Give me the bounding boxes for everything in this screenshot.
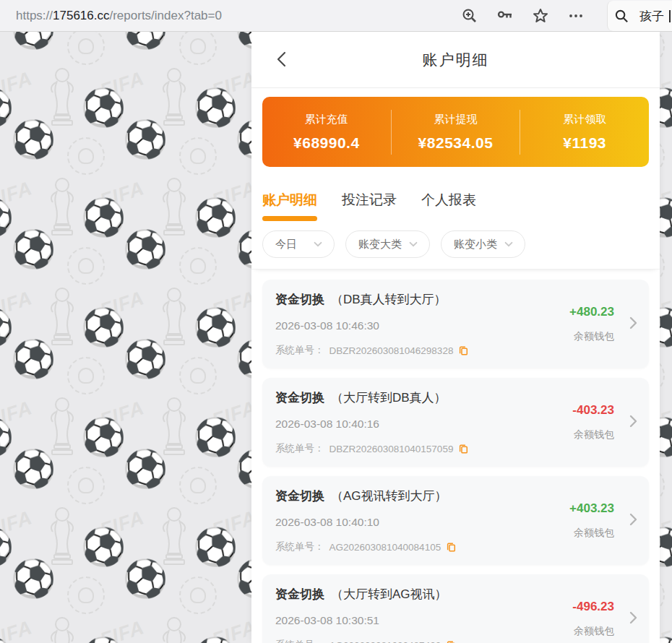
transaction-amount: +403.23 — [569, 501, 614, 516]
transaction-datetime: 2026-03-08 10:30:51 — [275, 614, 542, 627]
watermark-badge-icon — [179, 32, 217, 65]
active-tab-underline — [262, 216, 317, 221]
summary-claim: 累计领取 ¥1193 — [520, 113, 649, 152]
watermark-soccer-ball-icon: ⚽ — [11, 341, 56, 377]
transaction-row[interactable]: 资金切换（大厅转到AG视讯） 2026-03-08 10:30:51 系统单号：… — [262, 574, 649, 643]
chevron-down-icon — [312, 238, 324, 250]
watermark-soccer-ball-icon: ⚽ — [193, 639, 238, 643]
watermark-badge-icon — [67, 467, 105, 504]
watermark-soccer-ball-icon: ⚽ — [193, 90, 238, 126]
watermark-soccer-ball-icon: ⚽ — [123, 231, 168, 267]
watermark-soccer-ball-icon: ⚽ — [193, 309, 238, 345]
watermark-soccer-ball-icon: ⚽ — [11, 32, 56, 48]
tab-personal-report[interactable]: 个人报表 — [421, 191, 476, 221]
watermark-badge-icon — [67, 577, 105, 614]
watermark-badge-icon — [179, 577, 217, 614]
watermark-soccer-ball-icon: ⚽ — [11, 231, 56, 267]
watermark-badge-icon — [67, 357, 105, 394]
watermark-soccer-ball-icon: ⚽ — [0, 639, 14, 643]
watermark-soccer-ball-icon: ⚽ — [123, 32, 168, 48]
transaction-order: 系统单号： AG202603081040084105 — [275, 540, 542, 553]
transaction-order: 系统单号： DBZR202603081046298328 — [275, 344, 542, 357]
watermark-trophy-icon — [158, 616, 191, 643]
filter-bar: 今日 账变大类 账变小类 — [251, 221, 660, 269]
summary-value: ¥68990.4 — [262, 134, 391, 152]
watermark-badge-icon — [179, 247, 217, 285]
watermark-badge-icon — [67, 247, 105, 285]
transaction-order: 系统单号： DBZR202603081040157059 — [275, 442, 542, 455]
transaction-datetime: 2026-03-08 10:46:30 — [275, 319, 542, 332]
chevron-right-icon[interactable] — [626, 609, 640, 629]
browser-address-bar[interactable]: https://175616.cc/reports/index?tab=0 孩子 — [0, 0, 672, 32]
watermark-soccer-ball-icon: ⚽ — [193, 199, 238, 236]
filter-major-type-dropdown[interactable]: 账变大类 — [345, 230, 430, 258]
transaction-title: 资金切换（DB真人转到大厅） — [275, 291, 542, 308]
watermark-soccer-ball-icon: ⚽ — [123, 561, 168, 597]
url-text[interactable]: https://175616.cc/reports/index?tab=0 — [0, 9, 222, 23]
chevron-down-icon — [503, 238, 514, 250]
more-icon[interactable] — [567, 7, 585, 25]
account-detail-panel: 账户明细 累计充值 ¥68990.4 累计提现 ¥82534.05 累计领取 ¥… — [251, 32, 660, 643]
transaction-row[interactable]: 资金切换（DB真人转到大厅） 2026-03-08 10:46:30 系统单号：… — [262, 280, 649, 368]
wallet-label: 余额钱包 — [574, 428, 614, 441]
transaction-row[interactable]: 资金切换（AG视讯转到大厅） 2026-03-08 10:40:10 系统单号：… — [262, 476, 649, 565]
summary-label: 累计充值 — [262, 113, 391, 126]
tab-underline — [421, 216, 476, 221]
page-title: 账户明细 — [423, 50, 489, 70]
watermark-trophy-icon — [46, 616, 79, 643]
summary-label: 累计提现 — [392, 113, 520, 126]
watermark-soccer-ball-icon: ⚽ — [11, 121, 56, 157]
watermark-soccer-ball-icon: ⚽ — [123, 451, 168, 487]
copy-icon[interactable] — [458, 444, 469, 454]
tab-bet-records[interactable]: 投注记录 — [342, 191, 397, 221]
summary-value: ¥1193 — [520, 134, 649, 152]
wallet-label: 余额钱包 — [574, 527, 614, 540]
watermark-badge-icon — [179, 467, 217, 504]
star-icon[interactable] — [532, 7, 549, 25]
copy-icon[interactable] — [446, 542, 457, 553]
transaction-amount: -496.23 — [572, 600, 614, 614]
summary-withdraw: 累计提现 ¥82534.05 — [392, 113, 520, 152]
transaction-title: 资金切换（AG视讯转到大厅） — [275, 488, 542, 504]
watermark-soccer-ball-icon: ⚽ — [81, 309, 126, 345]
tab-label: 账户明细 — [262, 191, 317, 210]
chevron-right-icon[interactable] — [626, 511, 640, 531]
order-label: 系统单号： — [275, 442, 324, 455]
filter-date-dropdown[interactable]: 今日 — [262, 230, 335, 258]
order-label: 系统单号： — [275, 344, 324, 357]
watermark-soccer-ball-icon: ⚽ — [81, 90, 126, 126]
copy-icon[interactable] — [446, 640, 457, 643]
zoom-in-icon[interactable] — [461, 7, 478, 25]
tab-label: 投注记录 — [342, 191, 397, 210]
transaction-datetime: 2026-03-08 10:40:16 — [275, 418, 542, 431]
url-path: /reports/index?tab=0 — [109, 9, 221, 22]
wallet-label: 余额钱包 — [574, 625, 614, 638]
tab-label: 个人报表 — [421, 191, 476, 210]
transaction-amount: +480.23 — [569, 305, 614, 319]
chevron-down-icon — [408, 238, 419, 250]
watermark-soccer-ball-icon: ⚽ — [11, 451, 56, 487]
copy-icon[interactable] — [458, 345, 469, 356]
transaction-row[interactable]: 资金切换（大厅转到DB真人） 2026-03-08 10:40:16 系统单号：… — [262, 378, 649, 467]
back-button[interactable] — [272, 49, 292, 69]
watermark-soccer-ball-icon: ⚽ — [81, 529, 126, 565]
watermark-soccer-ball-icon: ⚽ — [81, 639, 126, 643]
filter-label: 账变小类 — [454, 238, 497, 251]
chevron-right-icon[interactable] — [626, 413, 640, 433]
url-scheme: https:// — [16, 9, 53, 22]
tab-underline — [342, 216, 397, 221]
tab-account-detail[interactable]: 账户明细 — [262, 191, 317, 221]
watermark-badge-icon — [179, 357, 217, 394]
summary-card: 累计充值 ¥68990.4 累计提现 ¥82534.05 累计领取 ¥1193 — [262, 97, 649, 167]
key-icon[interactable] — [496, 7, 514, 25]
order-number: AG202603081030487420 — [329, 640, 441, 643]
filter-label: 今日 — [275, 238, 297, 251]
search-input[interactable]: 孩子 — [607, 1, 672, 31]
transaction-datetime: 2026-03-08 10:40:10 — [275, 516, 542, 529]
order-number: DBZR202603081046298328 — [329, 345, 454, 356]
watermark-badge-icon — [179, 137, 217, 175]
filter-minor-type-dropdown[interactable]: 账变小类 — [441, 230, 525, 258]
chevron-right-icon[interactable] — [626, 314, 640, 335]
summary-value: ¥82534.05 — [392, 134, 520, 152]
transaction-order: 系统单号： AG202603081030487420 — [275, 639, 542, 643]
